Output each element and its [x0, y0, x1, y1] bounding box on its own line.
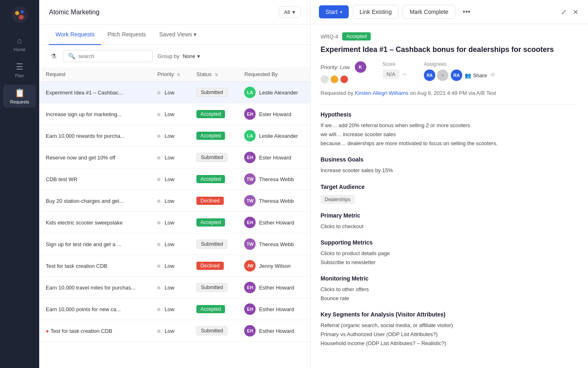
- sort-icon[interactable]: ⇅: [177, 72, 180, 77]
- section-business-goals: Business Goals Increase scooter sales by…: [321, 156, 578, 175]
- chevron-down-icon: ▾: [194, 31, 196, 38]
- search-container: 🔍: [63, 50, 153, 62]
- hypothesis-title: Hypothesis: [321, 111, 578, 118]
- cell-request: Experiment Idea #1 – Cashbac...: [39, 82, 151, 103]
- primary-metric-title: Primary Metric: [321, 212, 578, 219]
- table-row[interactable]: ●Test for task creation CDB Low Submitte…: [39, 320, 310, 342]
- cell-requested-by: LA Leslie Alexander: [238, 125, 310, 147]
- table-row[interactable]: Reserve now and get 10% off Low Submitte…: [39, 147, 310, 168]
- close-button[interactable]: ✕: [571, 7, 580, 18]
- cell-status: Submitted: [190, 277, 238, 298]
- requests-table: Request Priority ⇅ Status ⇅ Requested By: [39, 67, 310, 342]
- app-logo[interactable]: [11, 7, 28, 23]
- filter-icon-button[interactable]: ⚗: [49, 51, 58, 62]
- section-hypothesis: Hypothesis If we… add 20% referral bonus…: [321, 111, 578, 148]
- supporting-metrics-text: Clicks to product details page Subscribe…: [321, 249, 578, 267]
- edit-icon[interactable]: ✏: [403, 71, 408, 78]
- table-row[interactable]: Earn 10,000 travel miles for purchas... …: [39, 277, 310, 298]
- panel-toolbar-right: ⤢ ✕: [559, 7, 580, 18]
- cell-status: Accepted: [190, 298, 238, 320]
- section-monitoring-metric: Monitoring Metric Clicks to other offers…: [321, 275, 578, 303]
- avatar: EH: [244, 152, 256, 163]
- expand-button[interactable]: ⤢: [559, 7, 568, 18]
- requester-name: Esther Howard: [259, 285, 294, 291]
- status-badge: Declined: [196, 197, 224, 205]
- cell-status: Submitted: [190, 147, 238, 168]
- hypothesis-if: If we… add 20% referral bonus when selli…: [321, 121, 578, 130]
- cell-requested-by: TW Theresa Webb: [238, 233, 310, 255]
- cell-request: Buy 20 station-charges and get...: [39, 190, 151, 212]
- hypothesis-text: If we… add 20% referral bonus when selli…: [321, 121, 578, 148]
- chevron-down-icon: ▾: [340, 10, 342, 14]
- target-audience-tag: Dealerships: [321, 195, 354, 204]
- cell-request: Kids electric scooter sweepstake: [39, 212, 151, 233]
- business-goals-text: Increase scooter sales by 15%: [321, 166, 578, 175]
- priority-value: Low: [165, 328, 174, 334]
- avatar: EH: [244, 217, 256, 228]
- section-target-audience: Target Audience Dealerships: [321, 184, 578, 204]
- table-row[interactable]: Test for task creation CDB Low Declined …: [39, 255, 310, 277]
- cell-request: Earn 10,000 rewards for purcha...: [39, 125, 151, 147]
- start-label: Start: [325, 9, 338, 15]
- requested-by-cell: EH Esther Howard: [244, 325, 304, 337]
- mark-complete-button[interactable]: Mark Complete: [403, 5, 455, 19]
- cell-priority: Low: [151, 233, 190, 255]
- priority-dot: [157, 265, 160, 268]
- cell-priority: Low: [151, 147, 190, 168]
- table-row[interactable]: Earn 10,000 rewards for purcha... Low Ac…: [39, 125, 310, 147]
- priority-dot: [157, 91, 160, 94]
- cell-priority: Low: [151, 82, 190, 103]
- start-button[interactable]: Start ▾: [319, 5, 349, 18]
- table-row[interactable]: Earn 10,000 points for new ca... Low Acc…: [39, 298, 310, 320]
- panel-content: WRQ-4 Accepted Experiment Idea #1 – Cash…: [311, 24, 588, 368]
- assignee-avatars: RA +: [424, 70, 448, 81]
- sidebar-item-requests[interactable]: 📋 Requests: [3, 85, 36, 108]
- search-input[interactable]: [78, 53, 147, 59]
- priority-value: Low: [165, 90, 174, 96]
- cell-status: Accepted: [190, 125, 238, 147]
- status-badge: Accepted: [196, 132, 225, 140]
- table-row[interactable]: Experiment Idea #1 – Cashbac... Low Subm…: [39, 82, 310, 103]
- view-button[interactable]: 👁: [490, 72, 496, 79]
- priority-dot: [157, 308, 160, 311]
- avatar: EH: [244, 108, 256, 120]
- more-options-button[interactable]: •••: [459, 6, 474, 18]
- cell-priority: Low: [151, 190, 190, 212]
- tab-saved-views[interactable]: Saved Views ▾: [153, 25, 203, 45]
- sidebar-item-plan[interactable]: ☰ Plan: [3, 58, 36, 81]
- table-row[interactable]: Increase sign up for marketing... Low Ac…: [39, 103, 310, 125]
- table-row[interactable]: Kids electric scooter sweepstake Low Acc…: [39, 212, 310, 233]
- cell-requested-by: JW Jenny Wilson: [238, 255, 310, 277]
- table-row[interactable]: Sign up for test ride and get a ... Low …: [39, 233, 310, 255]
- avatar: LA: [244, 87, 256, 98]
- sidebar-item-home[interactable]: ⌂ Home: [3, 33, 36, 55]
- requested-by-cell: LA Leslie Alexander: [244, 130, 304, 141]
- score-label: Score: [383, 61, 408, 67]
- requester-name: Esther Howard: [259, 220, 294, 226]
- requester-name: Theresa Webb: [259, 198, 294, 204]
- priority-value: Low: [165, 133, 174, 139]
- tab-pitch-requests[interactable]: Pitch Requests: [101, 25, 152, 45]
- group-by-select[interactable]: None ▾: [183, 53, 200, 59]
- link-existing-button[interactable]: Link Existing: [353, 5, 399, 19]
- cell-request: Sign up for test ride and get a ...: [39, 233, 151, 255]
- cell-request: Test for task creation CDB: [39, 255, 151, 277]
- sort-icon[interactable]: ⇅: [215, 72, 218, 77]
- requested-by-link[interactable]: Kirsten Allegri Williams: [355, 90, 408, 96]
- detail-panel: Start ▾ Link Existing Mark Complete ••• …: [310, 0, 588, 368]
- tab-work-requests[interactable]: Work Requests: [49, 25, 101, 45]
- table-body: Experiment Idea #1 – Cashbac... Low Subm…: [39, 82, 310, 342]
- status-badge: Accepted: [196, 175, 225, 183]
- share-button[interactable]: 👥 Share: [465, 72, 487, 79]
- cell-status: Declined: [190, 255, 238, 277]
- svg-point-1: [15, 11, 19, 15]
- table-row[interactable]: Buy 20 station-charges and get... Low De…: [39, 190, 310, 212]
- cell-status: Submitted: [190, 82, 238, 103]
- group-by-value: None: [183, 53, 195, 59]
- requester-name: Theresa Webb: [259, 241, 294, 247]
- requester-name: Theresa Webb: [259, 176, 294, 182]
- cell-requested-by: EH Esther Howard: [238, 298, 310, 320]
- table-row[interactable]: CDB test WR Low Accepted TW Theresa Webb: [39, 168, 310, 190]
- divider: [321, 104, 578, 105]
- filter-dropdown[interactable]: All ▾: [279, 6, 301, 18]
